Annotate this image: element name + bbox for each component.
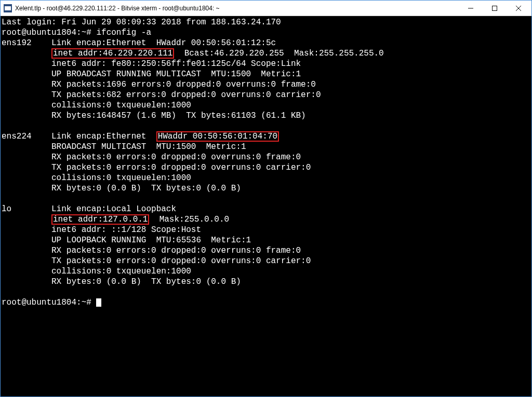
iface-line: TX packets:0 errors:0 dropped:0 overruns… [51, 163, 311, 172]
svg-rect-1 [493, 6, 497, 10]
iface-line: Link encap:Ethernet [51, 132, 156, 141]
iface-line: RX bytes:1648457 (1.6 MB) TX bytes:61103… [51, 111, 306, 120]
iface-line: inet6 addr: fe80::250:56ff:fe01:125c/64 … [51, 59, 301, 69]
iface-line: Link encap:Local Loopback [51, 204, 176, 214]
iface-line: RX packets:0 errors:0 dropped:0 overruns… [51, 153, 301, 162]
command-text: ifconfig -a [96, 28, 151, 37]
iface-line: collisions:0 txqueuelen:1000 [51, 173, 191, 183]
iface-line: TX packets:0 errors:0 dropped:0 overruns… [51, 256, 311, 266]
highlight-hwaddr: HWaddr 00:50:56:01:04:70 [156, 131, 279, 142]
terminal-cursor [96, 298, 101, 307]
last-login-line: Last login: Fri Jun 29 08:09:33 2018 fro… [2, 18, 281, 27]
shell-prompt: root@ubuntu1804:~# [2, 298, 96, 307]
iface-line: collisions:0 txqueuelen:1000 [51, 101, 191, 110]
minimize-button[interactable] [459, 1, 483, 16]
iface-line: RX packets:0 errors:0 dropped:0 overruns… [51, 246, 301, 255]
iface-line: Mask:255.0.0.0 [149, 215, 229, 224]
iface-line: BROADCAST MULTICAST MTU:1500 Metric:1 [51, 142, 246, 152]
iface-line: RX bytes:0 (0.0 B) TX bytes:0 (0.0 B) [51, 184, 241, 193]
window-titlebar[interactable]: Xelent.tlp - root@46.229.220.111:22 - Bi… [1, 1, 531, 16]
iface-line: Bcast:46.229.220.255 Mask:255.255.255.0 [174, 49, 383, 58]
close-button[interactable] [507, 1, 530, 16]
app-icon [4, 4, 12, 12]
highlight-inet-addr: inet addr:127.0.0.1 [51, 214, 149, 225]
iface-line: UP LOOPBACK RUNNING MTU:65536 Metric:1 [51, 236, 251, 245]
terminal-area[interactable]: Last login: Fri Jun 29 08:09:33 2018 fro… [1, 16, 531, 396]
iface-name: ens224 [2, 132, 32, 141]
window-title: Xelent.tlp - root@46.229.220.111:22 - Bi… [15, 5, 459, 12]
shell-prompt: root@ubuntu1804:~# [2, 28, 96, 37]
iface-line: collisions:0 txqueuelen:1000 [51, 267, 191, 276]
iface-line: RX packets:1696 errors:0 dropped:0 overr… [51, 80, 316, 89]
iface-line: Link encap:Ethernet HWaddr 00:50:56:01:1… [51, 38, 276, 48]
iface-line: RX bytes:0 (0.0 B) TX bytes:0 (0.0 B) [51, 277, 241, 286]
highlight-inet-addr: inet addr:46.229.220.111 [51, 48, 174, 59]
iface-line: inet6 addr: ::1/128 Scope:Host [51, 225, 201, 235]
window-controls [459, 1, 530, 16]
iface-line: TX packets:682 errors:0 dropped:0 overru… [51, 90, 321, 100]
maximize-button[interactable] [483, 1, 507, 16]
iface-line: UP BROADCAST RUNNING MULTICAST MTU:1500 … [51, 70, 301, 79]
iface-name: ens192 [2, 38, 32, 48]
iface-name: lo [2, 204, 11, 214]
